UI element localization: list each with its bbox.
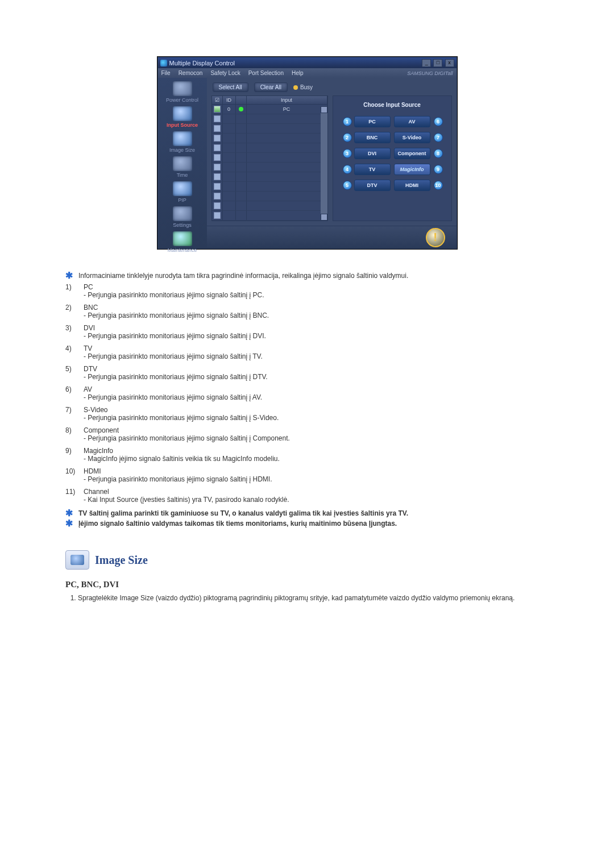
badge-8: 8 [434, 149, 443, 158]
star-icon: ✱ [65, 272, 73, 280]
grid-row[interactable] [212, 172, 327, 182]
grid-header-check[interactable]: ☑ [212, 96, 223, 105]
row-id: 0 [223, 105, 236, 114]
list-item: 1)PC - Perjungia pasirinkto monitoriaus … [65, 283, 549, 299]
row-checkbox[interactable] [214, 202, 221, 209]
note-1: ✱ TV šaltinį galima parinkti tik gaminiu… [65, 509, 549, 517]
list-item: 9)MagicInfo - MagicInfo įėjimo signalo š… [65, 447, 549, 463]
grid-row[interactable]: 0 PC [212, 105, 327, 114]
sidebar-item-label: Settings [173, 222, 192, 228]
sidebar-item-label: Maintenance [168, 247, 197, 253]
section-heading: Image Size [65, 550, 549, 570]
grid-row[interactable] [212, 143, 327, 153]
app-body: Power Control Input Source Image Size Ti… [158, 78, 457, 248]
source-magicinfo-button[interactable]: MagicInfo [394, 164, 430, 175]
row-checkbox[interactable] [214, 125, 221, 132]
row-checkbox[interactable] [214, 115, 221, 122]
sidebar-item-pip[interactable]: PIP [161, 181, 204, 204]
grid-row[interactable] [212, 211, 327, 221]
row-checkbox[interactable] [214, 183, 221, 190]
list-item: 7)S-Video - Perjungia pasirinkto monitor… [65, 406, 549, 422]
grid-row[interactable] [212, 201, 327, 211]
row-checkbox[interactable] [214, 212, 221, 219]
row-checkbox[interactable] [214, 173, 221, 180]
grid-row[interactable] [212, 192, 327, 201]
sidebar-item-power-control[interactable]: Power Control [161, 81, 204, 104]
source-panel-title: Choose Input Source [337, 102, 448, 108]
menu-remocon[interactable]: Remocon [179, 70, 203, 76]
badge-4: 4 [343, 165, 352, 174]
badge-6: 6 [434, 117, 443, 126]
star-icon: ✱ [65, 520, 73, 528]
menu-safety-lock[interactable]: Safety Lock [210, 70, 240, 76]
source-pc-button[interactable]: PC [354, 116, 391, 127]
badge-2: 2 [343, 133, 352, 142]
row-checkbox[interactable] [214, 106, 221, 113]
window-title: Multiple Display Control [169, 60, 235, 67]
grid-row[interactable] [212, 114, 327, 124]
app-window: Multiple Display Control _ □ x File Remo… [157, 57, 457, 249]
badge-5: 5 [343, 181, 352, 190]
sidebar-item-image-size[interactable]: Image Size [161, 131, 204, 154]
source-hdmi-button[interactable]: HDMI [394, 180, 430, 191]
grid-row[interactable] [212, 153, 327, 163]
source-list: 1)PC - Perjungia pasirinkto monitoriaus … [65, 283, 549, 504]
statusbar: ! [207, 226, 457, 248]
badge-9: 9 [434, 165, 443, 174]
row-checkbox[interactable] [214, 164, 221, 171]
list-item: 5)DTV - Perjungia pasirinkto monitoriaus… [65, 365, 549, 381]
menu-help[interactable]: Help [292, 70, 304, 76]
row-checkbox[interactable] [214, 193, 221, 200]
image-size-heading-icon [65, 550, 89, 570]
maximize-button[interactable]: □ [433, 59, 442, 67]
menu-file[interactable]: File [161, 70, 171, 76]
list-item: 11)Channel - Kai Input Source (įvesties … [65, 488, 549, 504]
document-body: ✱ Informaciniame tinklelyje nurodyta tam… [65, 272, 549, 602]
grid-header-id: ID [223, 96, 236, 105]
busy-label: Busy [300, 84, 313, 90]
sidebar-item-label: Time [177, 172, 188, 178]
source-component-button[interactable]: Component [394, 148, 430, 159]
pip-icon [173, 181, 192, 196]
row-input: PC [247, 105, 327, 114]
row-checkbox[interactable] [214, 154, 221, 161]
input-source-panel: Choose Input Source 1 PC AV 6 2 BNC S-Vi… [333, 95, 452, 221]
row-checkbox[interactable] [214, 135, 221, 142]
app-icon [160, 60, 167, 67]
grid-scrollbar[interactable] [321, 106, 327, 221]
close-button[interactable]: x [445, 59, 454, 67]
sidebar-item-input-source[interactable]: Input Source [161, 106, 204, 129]
note-text: Įėjimo signalo šaltinio valdymas taikoma… [78, 520, 397, 528]
source-bnc-button[interactable]: BNC [354, 132, 391, 143]
sub-heading: PC, BNC, DVI [65, 580, 549, 589]
minimize-button[interactable]: _ [422, 59, 431, 67]
sidebar-item-label: Image Size [169, 147, 195, 153]
source-dvi-button[interactable]: DVI [354, 148, 391, 159]
row-checkbox[interactable] [214, 144, 221, 151]
heading-title: Image Size [95, 554, 148, 567]
clear-all-button[interactable]: Clear All [254, 82, 288, 92]
select-all-button[interactable]: Select All [213, 82, 248, 92]
titlebar[interactable]: Multiple Display Control _ □ x [158, 57, 457, 68]
grid-row[interactable] [212, 134, 327, 143]
sidebar-item-settings[interactable]: Settings [161, 206, 204, 229]
grid-row[interactable] [212, 182, 327, 192]
grid-header-status [236, 96, 247, 105]
maintenance-icon [173, 231, 192, 246]
menubar: File Remocon Safety Lock Port Selection … [158, 68, 457, 78]
source-av-button[interactable]: AV [394, 116, 430, 127]
source-tv-button[interactable]: TV [354, 164, 391, 175]
source-dtv-button[interactable]: DTV [354, 180, 391, 191]
warning-icon: ! [426, 228, 445, 247]
sidebar-item-maintenance[interactable]: Maintenance [161, 231, 204, 254]
menu-port-selection[interactable]: Port Selection [248, 70, 284, 76]
scroll-down-icon[interactable] [321, 214, 327, 221]
grid-row[interactable] [212, 163, 327, 172]
grid-row[interactable] [212, 124, 327, 134]
sidebar-item-time[interactable]: Time [161, 156, 204, 179]
toolbar: Select All Clear All Busy [207, 78, 457, 95]
source-svideo-button[interactable]: S-Video [394, 132, 430, 143]
badge-3: 3 [343, 149, 352, 158]
scroll-up-icon[interactable] [321, 106, 327, 113]
intro-note: ✱ Informaciniame tinklelyje nurodyta tam… [65, 272, 549, 280]
